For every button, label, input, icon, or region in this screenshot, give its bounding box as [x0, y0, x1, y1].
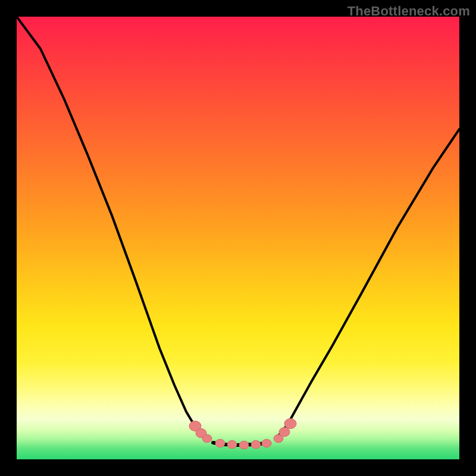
- series-curve-left: [17, 17, 204, 436]
- bead-F1: [215, 439, 225, 447]
- marker-layer: [189, 419, 296, 449]
- bead-F2: [227, 440, 237, 449]
- chart-frame: TheBottleneck.com: [0, 0, 476, 476]
- bead-F5: [262, 439, 271, 447]
- plot-area: [17, 17, 459, 459]
- bead-F3: [239, 441, 249, 449]
- bead-L3: [202, 434, 212, 443]
- chart-svg: [17, 17, 459, 459]
- bead-F4: [251, 440, 261, 449]
- curve-layer: [17, 17, 459, 445]
- bead-R2: [279, 427, 290, 436]
- series-curve-right: [278, 129, 459, 436]
- bead-R1: [284, 419, 296, 429]
